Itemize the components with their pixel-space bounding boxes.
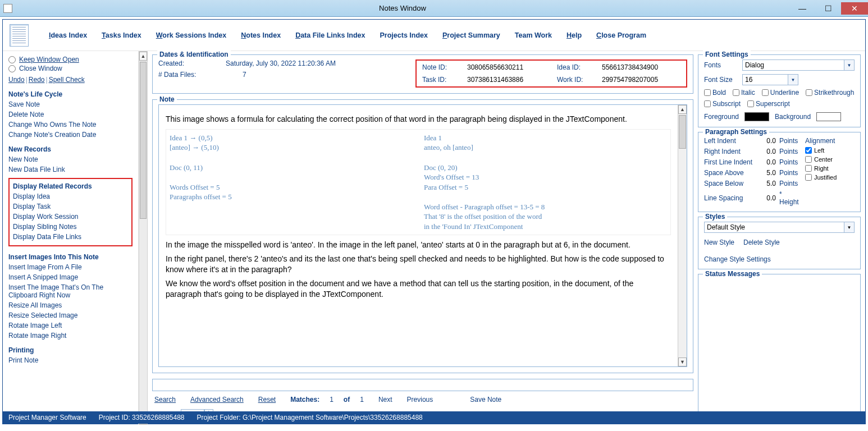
font-size-input[interactable] bbox=[742, 74, 788, 85]
change-date-link[interactable]: Change Note's Creation Date bbox=[8, 131, 133, 139]
resize-all-link[interactable]: Resize All Images bbox=[8, 301, 133, 309]
resize-selected-link[interactable]: Resize Selected Image bbox=[8, 311, 133, 319]
undo-link[interactable]: Undo bbox=[8, 76, 25, 84]
spellcheck-link[interactable]: Spell Check bbox=[49, 76, 85, 84]
status-project-id: Project ID: 33526268885488 bbox=[99, 414, 185, 421]
align-justified-checkbox[interactable]: Justified bbox=[805, 174, 837, 181]
legend-status: Status Messages bbox=[703, 270, 762, 278]
superscript-checkbox[interactable]: Superscript bbox=[747, 100, 790, 108]
redo-link[interactable]: Redo bbox=[29, 76, 45, 84]
points-label: Points bbox=[779, 180, 801, 187]
minimize-button[interactable]: — bbox=[789, 2, 815, 15]
menu-work-sessions-index[interactable]: Work Sessions Index bbox=[156, 31, 227, 39]
rotate-left-link[interactable]: Rotate Image Left bbox=[8, 322, 133, 329]
radio-keep-open[interactable]: Keep Window Open bbox=[8, 56, 133, 63]
new-style-link[interactable]: New Style bbox=[704, 239, 734, 246]
search-input[interactable] bbox=[152, 379, 693, 391]
rotate-right-link[interactable]: Rotate Image Right bbox=[8, 332, 133, 340]
status-app-name: Project Manager Software bbox=[8, 414, 86, 421]
legend-fonts: Font Settings bbox=[703, 51, 751, 58]
note-id-label: Note ID: bbox=[422, 63, 456, 71]
delete-note-link[interactable]: Delete Note bbox=[8, 111, 133, 118]
underline-checkbox[interactable]: Underline bbox=[762, 89, 799, 97]
bold-checkbox[interactable]: Bold bbox=[704, 89, 726, 97]
align-left-checkbox[interactable]: Left bbox=[805, 147, 837, 154]
scroll-up-icon[interactable]: ▲ bbox=[139, 52, 147, 61]
align-right-checkbox[interactable]: Right bbox=[805, 165, 837, 172]
menu-data-file-links-index[interactable]: Data File Links Index bbox=[295, 31, 365, 39]
scroll-thumb[interactable] bbox=[679, 115, 686, 149]
menu-projects-index[interactable]: Projects Index bbox=[380, 31, 428, 39]
new-data-file-link[interactable]: New Data File Link bbox=[8, 166, 133, 173]
style-select[interactable]: ▼ bbox=[704, 222, 855, 233]
menu-notes-index[interactable]: Notes Index bbox=[241, 31, 281, 39]
display-work-session-link[interactable]: Display Work Session bbox=[13, 213, 128, 221]
legend-note: Note bbox=[157, 95, 177, 103]
menu-close-program[interactable]: Close Program bbox=[596, 31, 646, 39]
search-link[interactable]: Search bbox=[154, 396, 176, 404]
menu-ideas-index[interactable]: Ideas Index bbox=[49, 31, 87, 39]
vertical-scrollbar-left[interactable]: ▲ ▼ bbox=[139, 51, 148, 425]
print-note-link[interactable]: Print Note bbox=[8, 356, 133, 364]
close-button[interactable]: ✕ bbox=[841, 2, 868, 15]
image-right-text: Idea 1 anteo, oh [anteo] Doc (0, 20) Wor… bbox=[424, 133, 667, 231]
next-link[interactable]: Next bbox=[378, 396, 392, 404]
first-line-indent-value: 0.0 bbox=[759, 158, 776, 166]
font-input[interactable] bbox=[742, 59, 844, 71]
change-style-link[interactable]: Change Style Settings bbox=[704, 255, 771, 263]
scroll-thumb[interactable] bbox=[140, 62, 147, 219]
insert-image-file-link[interactable]: Insert Image From A File bbox=[8, 263, 133, 271]
height-label: * Height bbox=[779, 190, 801, 206]
style-input[interactable] bbox=[704, 222, 844, 233]
note-editor[interactable]: This image shows a formula for calculati… bbox=[159, 105, 678, 366]
display-data-file-links-link[interactable]: Display Data File Links bbox=[13, 233, 128, 241]
points-label: Points bbox=[779, 137, 801, 145]
menu-project-summary[interactable]: Project Summary bbox=[442, 31, 500, 39]
chevron-down-icon[interactable]: ▼ bbox=[788, 74, 798, 85]
save-note-link[interactable]: Save Note bbox=[8, 100, 133, 108]
titlebar: Notes Window — ☐ ✕ bbox=[0, 0, 868, 17]
subscript-checkbox[interactable]: Subscript bbox=[704, 100, 741, 108]
idea-id-label: Idea ID: bbox=[557, 63, 591, 71]
chevron-down-icon[interactable]: ▼ bbox=[844, 222, 855, 233]
matches-total: 1 bbox=[360, 396, 364, 404]
chevron-down-icon[interactable]: ▼ bbox=[844, 59, 855, 71]
strikethrough-checkbox[interactable]: Strikethrough bbox=[806, 89, 854, 97]
change-owner-link[interactable]: Change Who Owns The Note bbox=[8, 121, 133, 129]
note-paragraph: This image shows a formula for calculati… bbox=[166, 114, 671, 125]
display-idea-link[interactable]: Display Idea bbox=[13, 192, 128, 200]
note-paragraph: In the right panel, there's 2 'anteo's a… bbox=[166, 254, 671, 275]
align-center-checkbox[interactable]: Center bbox=[805, 156, 837, 163]
menu-team-work[interactable]: Team Work bbox=[515, 31, 552, 39]
scroll-up-icon[interactable]: ▲ bbox=[678, 105, 687, 114]
insert-snipped-link[interactable]: Insert A Snipped Image bbox=[8, 273, 133, 281]
display-task-link[interactable]: Display Task bbox=[13, 203, 128, 210]
note-scrollbar[interactable]: ▲ ▼ bbox=[678, 105, 687, 366]
new-note-link[interactable]: New Note bbox=[8, 155, 133, 163]
note-paragraph: In the image the misspelled word is 'ant… bbox=[166, 240, 671, 250]
radio-close-window[interactable]: Close Window bbox=[8, 65, 133, 72]
section-insert-images: Insert Images Into This Note bbox=[8, 253, 133, 261]
save-note-link-bottom[interactable]: Save Note bbox=[470, 396, 501, 404]
section-printing: Printing bbox=[8, 346, 133, 354]
italic-checkbox[interactable]: Italic bbox=[733, 89, 755, 97]
maximize-button[interactable]: ☐ bbox=[815, 2, 841, 15]
delete-style-link[interactable]: Delete Style bbox=[743, 239, 780, 246]
menu-help[interactable]: Help bbox=[567, 31, 582, 39]
scroll-down-icon[interactable]: ▼ bbox=[678, 357, 687, 366]
background-swatch[interactable] bbox=[816, 112, 841, 121]
display-sibling-notes-link[interactable]: Display Sibling Notes bbox=[13, 223, 128, 231]
font-select[interactable]: ▼ bbox=[742, 59, 855, 71]
fonts-label: Fonts bbox=[704, 61, 738, 69]
work-id-label: Work ID: bbox=[557, 76, 591, 84]
sidebar-actions: Undo|Redo|Spell Check bbox=[8, 76, 133, 84]
insert-clipboard-link[interactable]: Insert The Image That's On The Clipboard… bbox=[8, 283, 133, 299]
advanced-search-link[interactable]: Advanced Search bbox=[190, 396, 244, 404]
section-related-records: Display Related Records bbox=[13, 182, 128, 190]
reset-link[interactable]: Reset bbox=[258, 396, 276, 404]
space-below-value: 5.0 bbox=[759, 180, 776, 187]
foreground-swatch[interactable] bbox=[744, 112, 769, 121]
menu-tasks-index[interactable]: Tasks Index bbox=[102, 31, 141, 39]
previous-link[interactable]: Previous bbox=[407, 396, 433, 404]
font-size-select[interactable]: ▼ bbox=[742, 74, 798, 85]
